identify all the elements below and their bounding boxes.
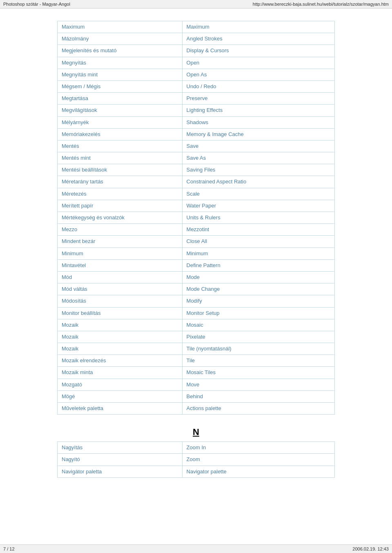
hungarian-term: Megnyítás bbox=[58, 57, 183, 69]
english-term: Angled Strokes bbox=[182, 33, 334, 45]
table-row: Megnyítás mintOpen As bbox=[58, 69, 335, 80]
english-term: Undo / Redo bbox=[182, 80, 334, 92]
table-row: MozaikMosaic bbox=[58, 319, 335, 331]
hungarian-term: Mentés bbox=[58, 140, 183, 152]
m-table: MaximumMaximumMázolmányAngled StrokesMeg… bbox=[57, 21, 335, 415]
hungarian-term: Megvilágítások bbox=[58, 105, 183, 116]
table-row: MegnyításOpen bbox=[58, 57, 335, 69]
english-term: Close All bbox=[182, 236, 334, 248]
english-term: Behind bbox=[182, 390, 334, 402]
table-row: NagyítóZoom bbox=[58, 454, 335, 466]
table-row: Mozaik mintaMosaic Tiles bbox=[58, 367, 335, 379]
table-row: NagyításZoom In bbox=[58, 442, 335, 454]
hungarian-term: Mértékegység és vonalzók bbox=[58, 212, 183, 224]
table-row: MódMode bbox=[58, 271, 335, 283]
hungarian-term: Nagyítás bbox=[58, 442, 183, 454]
english-term: Actions palette bbox=[182, 403, 334, 415]
hungarian-term: Mód váltás bbox=[58, 283, 183, 295]
hungarian-term: Megjelenítés és mutató bbox=[58, 45, 183, 57]
table-row: MélyárnyékShadows bbox=[58, 116, 335, 128]
english-term: Tile bbox=[182, 355, 334, 367]
table-row: MintavételDefine Pattern bbox=[58, 259, 335, 271]
hungarian-term: Mentés mint bbox=[58, 152, 183, 164]
english-term: Save As bbox=[182, 152, 334, 164]
hungarian-term: Mozaik elrendezés bbox=[58, 355, 183, 367]
english-term: Maximum bbox=[182, 21, 334, 33]
hungarian-term: Mezzo bbox=[58, 224, 183, 236]
english-term: Water Paper bbox=[182, 200, 334, 212]
english-term: Mode bbox=[182, 271, 334, 283]
english-term: Shadows bbox=[182, 116, 334, 128]
hungarian-term: Mélyárnyék bbox=[58, 116, 183, 128]
english-term: Memory & Image Cache bbox=[182, 128, 334, 140]
english-term: Mode Change bbox=[182, 283, 334, 295]
table-row: MozaikTile (nyomtatásnál) bbox=[58, 343, 335, 355]
english-term: Minimum bbox=[182, 248, 334, 259]
hungarian-term: Navigátor paletta bbox=[58, 466, 183, 477]
hungarian-term: Nagyító bbox=[58, 454, 183, 466]
table-row: Navigátor palettaNavigator palette bbox=[58, 466, 335, 477]
english-term: Define Pattern bbox=[182, 259, 334, 271]
english-term: Lighting Effects bbox=[182, 105, 334, 116]
table-row: MegvilágításokLighting Effects bbox=[58, 105, 335, 116]
table-row: MéretezésScale bbox=[58, 188, 335, 200]
english-term: Scale bbox=[182, 188, 334, 200]
english-term: Move bbox=[182, 379, 334, 390]
table-row: Megjelenítés és mutatóDisplay & Cursors bbox=[58, 45, 335, 57]
table-row: Műveletek palettaActions palette bbox=[58, 403, 335, 415]
table-row: MezzoMezzotint bbox=[58, 224, 335, 236]
hungarian-term: Műveletek paletta bbox=[58, 403, 183, 415]
hungarian-term: Mázolmány bbox=[58, 33, 183, 45]
english-term: Preserve bbox=[182, 93, 334, 105]
n-section-header: N bbox=[57, 427, 335, 437]
table-row: MögéBehind bbox=[58, 390, 335, 402]
hungarian-term: Monitor beállítás bbox=[58, 307, 183, 319]
hungarian-term: Méretezés bbox=[58, 188, 183, 200]
page-title: Photoshop szótár - Magyar-Angol bbox=[3, 2, 70, 7]
table-row: MemóriakezelésMemory & Image Cache bbox=[58, 128, 335, 140]
hungarian-term: Mód bbox=[58, 271, 183, 283]
hungarian-term: Megnyítás mint bbox=[58, 69, 183, 80]
table-row: MentésSave bbox=[58, 140, 335, 152]
table-row: Merített papír Water Paper bbox=[58, 200, 335, 212]
english-term: Mosaic bbox=[182, 319, 334, 331]
english-term: Mezzotint bbox=[182, 224, 334, 236]
hungarian-term: Mozgató bbox=[58, 379, 183, 390]
table-row: Mértékegység és vonalzókUnits & Rulers bbox=[58, 212, 335, 224]
english-term: Mosaic Tiles bbox=[182, 367, 334, 379]
english-term: Save bbox=[182, 140, 334, 152]
english-term: Constrained Aspect Ratio bbox=[182, 176, 334, 188]
english-term: Zoom bbox=[182, 454, 334, 466]
table-row: MegtartásaPreserve bbox=[58, 93, 335, 105]
hungarian-term: Mintavétel bbox=[58, 259, 183, 271]
page-url: http://www.bereczki-baja.sulinet.hu/webi… bbox=[253, 2, 389, 7]
table-row: MaximumMaximum bbox=[58, 21, 335, 33]
n-table: NagyításZoom InNagyítóZoomNavigátor pale… bbox=[57, 442, 335, 478]
hungarian-term: Minimum bbox=[58, 248, 183, 259]
table-row: MozaikPixelate bbox=[58, 331, 335, 343]
english-term: Pixelate bbox=[182, 331, 334, 343]
hungarian-term: Merített papír bbox=[58, 200, 183, 212]
english-term: Navigator palette bbox=[182, 466, 334, 477]
hungarian-term: Mozaik minta bbox=[58, 367, 183, 379]
hungarian-term: Mögé bbox=[58, 390, 183, 402]
hungarian-term: Mozaik bbox=[58, 343, 183, 355]
table-row: MozgatóMove bbox=[58, 379, 335, 390]
hungarian-term: Mindent bezár bbox=[58, 236, 183, 248]
english-term: Open bbox=[182, 57, 334, 69]
english-term: Saving Files bbox=[182, 164, 334, 176]
hungarian-term: Memóriakezelés bbox=[58, 128, 183, 140]
table-row: Mód váltásMode Change bbox=[58, 283, 335, 295]
table-row: Mentés mintSave As bbox=[58, 152, 335, 164]
table-row: MinimumMinimum bbox=[58, 248, 335, 259]
english-term: Display & Cursors bbox=[182, 45, 334, 57]
table-row: MázolmányAngled Strokes bbox=[58, 33, 335, 45]
english-term: Modify bbox=[182, 295, 334, 307]
hungarian-term: Módosítás bbox=[58, 295, 183, 307]
hungarian-term: Mozaik bbox=[58, 331, 183, 343]
hungarian-term: Maximum bbox=[58, 21, 183, 33]
hungarian-term: Méretarány tartás bbox=[58, 176, 183, 188]
english-term: Tile (nyomtatásnál) bbox=[182, 343, 334, 355]
english-term: Units & Rulers bbox=[182, 212, 334, 224]
table-row: Mindent bezárClose All bbox=[58, 236, 335, 248]
